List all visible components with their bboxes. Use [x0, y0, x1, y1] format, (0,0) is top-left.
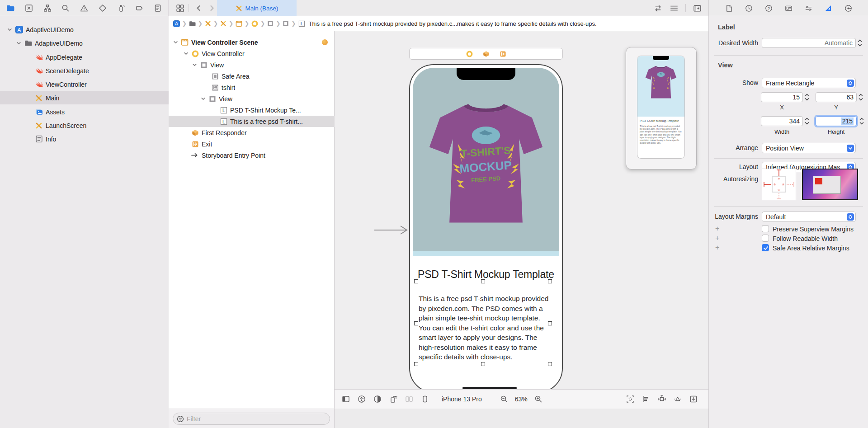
zoom-out-icon[interactable]	[499, 394, 509, 404]
width-field[interactable]: 344	[761, 116, 803, 126]
outline-item-scene[interactable]: View Controller Scene	[169, 37, 335, 48]
width-stepper[interactable]	[804, 117, 810, 126]
navigator-item-main[interactable]: Main	[0, 91, 169, 104]
navigator-item-info[interactable]: Info	[0, 132, 169, 146]
y-field[interactable]: 63	[816, 92, 857, 102]
selection-handle[interactable]	[414, 279, 418, 283]
identity-inspector-icon[interactable]	[783, 3, 793, 13]
selection-handle[interactable]	[414, 362, 418, 366]
device-icon[interactable]	[420, 394, 430, 404]
forward-button[interactable]	[207, 3, 217, 13]
source-control-icon[interactable]	[24, 3, 34, 13]
storyboard-icon[interactable]	[220, 20, 226, 27]
y-stepper[interactable]	[858, 93, 863, 102]
jump-bar-text[interactable]: This is a free psd T-shirt mockup provid…	[309, 20, 597, 27]
tab-overview-icon[interactable]	[175, 3, 185, 13]
project-navigator-icon[interactable]	[5, 3, 15, 13]
safe-area-relative-margins-checkbox[interactable]	[762, 244, 769, 251]
desired-width-input[interactable]	[762, 39, 855, 47]
outline-item-body-label[interactable]: This is a free psd T-shirt...	[169, 116, 335, 127]
navigator-item-assets[interactable]: Assets	[0, 105, 169, 118]
accessibility-icon[interactable]	[357, 394, 367, 404]
storyboard-entry-arrow[interactable]	[374, 225, 410, 235]
view-controller-icon[interactable]	[466, 51, 473, 57]
add-editor-icon[interactable]	[692, 3, 702, 13]
embed-icon[interactable]	[689, 394, 698, 404]
scene-status-badge[interactable]	[322, 39, 328, 45]
outline-item-first-responder[interactable]: First Responder	[169, 127, 335, 138]
zoom-in-icon[interactable]	[533, 394, 543, 404]
device-frame[interactable]: T-SHIRT'S MOCKUP FREE PSD PSD T-Shirt Mo…	[409, 64, 563, 393]
selection-handle[interactable]	[548, 362, 552, 366]
show-popup[interactable]: Frame Rectangle	[762, 78, 856, 88]
debug-icon[interactable]	[116, 3, 126, 13]
update-frames-icon[interactable]	[625, 394, 635, 404]
tab-main-base[interactable]: Main (Base)	[217, 0, 297, 16]
add-constraints-icon[interactable]	[657, 394, 667, 404]
orientation-icon[interactable]	[388, 394, 398, 404]
outline-toggle-icon[interactable]	[341, 394, 351, 404]
issues-icon[interactable]	[79, 3, 89, 13]
filter-input[interactable]	[187, 415, 313, 423]
outline-item-entry-point[interactable]: Storyboard Entry Point	[169, 150, 335, 161]
device-preview-card[interactable]: PSD T-Shirt Mockup Template This is a fr…	[626, 47, 697, 169]
storyboard-icon[interactable]	[205, 20, 211, 27]
reports-icon[interactable]	[153, 3, 163, 13]
navigator-item-viewcontroller[interactable]: ViewController	[0, 78, 169, 91]
first-responder-icon[interactable]	[483, 51, 490, 57]
tests-icon[interactable]	[98, 3, 108, 13]
back-button[interactable]	[193, 3, 203, 13]
device-screen[interactable]: T-SHIRT'S MOCKUP FREE PSD PSD T-Shirt Mo…	[413, 68, 559, 389]
search-icon[interactable]	[61, 3, 71, 13]
outline-item-title-label[interactable]: PSD T-Shirt Mockup Te...	[169, 104, 335, 116]
resolve-autolayout-icon[interactable]	[673, 394, 683, 404]
navigator-item-appdelegate[interactable]: AppDelegate	[0, 51, 169, 64]
add-variation-button[interactable]: +	[715, 225, 719, 233]
add-variation-button[interactable]: +	[715, 244, 719, 252]
add-variation-button[interactable]: +	[715, 234, 719, 242]
scene-icon[interactable]	[236, 20, 242, 27]
appearance-icon[interactable]	[373, 394, 382, 404]
attributes-inspector-icon[interactable]	[803, 3, 813, 13]
height-field[interactable]: 215	[816, 116, 857, 126]
outline-item-view-controller[interactable]: View Controller	[169, 48, 335, 59]
title-label[interactable]: PSD T-Shirt Mockup Template	[413, 268, 559, 281]
filter-field[interactable]	[173, 413, 330, 425]
zoom-level[interactable]: 63%	[515, 395, 528, 403]
view-controller-icon[interactable]	[251, 20, 258, 27]
navigator-item-launchscreen[interactable]: LaunchScreen	[0, 119, 169, 132]
size-inspector-icon[interactable]	[823, 3, 833, 13]
x-stepper[interactable]	[804, 93, 810, 102]
navigator-item-group[interactable]: AdaptiveUIDemo	[0, 37, 169, 50]
navigator-item-scenedelegate[interactable]: SceneDelegate	[0, 64, 169, 77]
view-icon[interactable]	[267, 20, 274, 27]
preserve-superview-margins-checkbox[interactable]	[762, 225, 769, 232]
navigator-item-project[interactable]: AdaptiveUIDemo	[0, 23, 169, 36]
history-inspector-icon[interactable]	[744, 3, 754, 13]
autoresizing-control[interactable]	[762, 169, 796, 200]
storyboard-canvas[interactable]: T-SHIRT'S MOCKUP FREE PSD PSD T-Shirt Mo…	[335, 31, 708, 409]
layout-margins-popup[interactable]: Default	[762, 212, 856, 222]
view-icon[interactable]	[283, 20, 289, 27]
breakpoints-icon[interactable]	[134, 3, 144, 13]
outline-item-safe-area[interactable]: Safe Area	[169, 71, 335, 82]
follow-readable-width-checkbox[interactable]	[762, 235, 769, 242]
selection-handle[interactable]	[481, 279, 485, 283]
tshirt-image-view[interactable]: T-SHIRT'S MOCKUP FREE PSD	[413, 68, 559, 251]
label-icon[interactable]	[298, 20, 305, 27]
outline-item-exit[interactable]: Exit	[169, 138, 335, 150]
height-stepper[interactable]	[859, 117, 864, 126]
selection-handle[interactable]	[414, 321, 418, 325]
device-label[interactable]: iPhone 13 Pro	[442, 395, 482, 403]
code-review-icon[interactable]	[653, 3, 663, 13]
outline-item-inner-view[interactable]: View	[169, 93, 335, 104]
outline-item-view[interactable]: View	[169, 59, 335, 71]
desired-width-field[interactable]	[762, 38, 856, 48]
hierarchy-icon[interactable]	[42, 3, 52, 13]
x-field[interactable]: 15	[761, 92, 803, 102]
folder-icon[interactable]	[189, 20, 196, 27]
exit-icon[interactable]	[500, 51, 506, 57]
selection-handle[interactable]	[548, 279, 552, 283]
desired-width-stepper[interactable]	[857, 38, 863, 47]
body-label[interactable]: This is a free psd T-shirt mockup provid…	[419, 294, 552, 362]
